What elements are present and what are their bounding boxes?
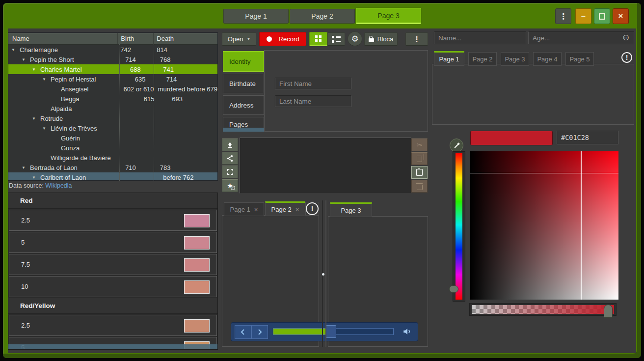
copy-button[interactable] xyxy=(411,152,428,165)
current-color-swatch[interactable] xyxy=(470,131,553,145)
first-name-field[interactable] xyxy=(275,78,351,89)
share-button[interactable] xyxy=(222,152,238,165)
next-button[interactable] xyxy=(251,325,268,339)
gear-icon: ⚙ xyxy=(351,34,358,44)
wikipedia-link[interactable]: Wikipedia xyxy=(45,182,72,189)
titlebar-tab-page3[interactable]: Page 3 xyxy=(356,8,421,24)
titlebar-tab-page2[interactable]: Page 2 xyxy=(290,9,355,24)
right-tab-page2[interactable]: Page 2 xyxy=(468,52,497,66)
age-filter-input[interactable] xyxy=(528,31,634,44)
expander-icon[interactable]: ▼ xyxy=(11,48,20,52)
seek-slider-handle[interactable] xyxy=(326,325,336,338)
titlebar-tab-page1[interactable]: Page 1 xyxy=(223,9,289,24)
fullscreen-button[interactable] xyxy=(222,166,238,178)
expander-icon[interactable]: ▼ xyxy=(32,175,40,180)
share-icon xyxy=(226,155,234,162)
minimize-button[interactable]: – xyxy=(575,8,591,24)
window-menu-button[interactable]: ⋮ xyxy=(555,8,571,24)
tree-row[interactable]: Guérin xyxy=(8,133,217,143)
cut-button[interactable]: ✂ xyxy=(411,139,428,151)
palette-row[interactable]: 10 xyxy=(9,276,217,297)
hex-color-input[interactable] xyxy=(557,131,618,144)
right-tab-page5[interactable]: Page 5 xyxy=(565,52,594,66)
saturation-value-area[interactable] xyxy=(470,151,618,300)
tab-close-icon[interactable]: × xyxy=(295,206,299,213)
tree-row[interactable]: ▼Pepin of Herstal 635714 xyxy=(8,74,217,84)
tree-row[interactable]: ▼Liévin de Trèves xyxy=(8,123,217,133)
lock-button[interactable]: Bloca xyxy=(364,32,398,46)
scissors-icon: ✂ xyxy=(417,141,423,149)
palette-row[interactable]: 7.5 xyxy=(9,254,217,275)
notebook-tab-page1[interactable]: Page 1 × xyxy=(224,202,264,216)
tabs-scroll-undershoot xyxy=(223,128,264,132)
color-swatch xyxy=(184,258,210,272)
tab-address[interactable]: Address xyxy=(223,95,264,115)
tree-row[interactable]: Begga 615693 xyxy=(8,94,217,104)
tree-column-separator xyxy=(154,44,154,181)
trash-icon xyxy=(417,185,423,190)
maximize-icon xyxy=(599,13,605,20)
kebab-menu-icon: ⋮ xyxy=(560,12,567,21)
tree-row-selected-inactive[interactable]: ▼Caribert of Laon before 762 xyxy=(8,172,217,181)
eyedropper-button[interactable] xyxy=(450,139,463,152)
alpha-slider[interactable] xyxy=(472,305,614,314)
tab-identity[interactable]: Identity xyxy=(223,51,264,72)
expander-icon[interactable]: ▼ xyxy=(22,57,30,62)
drop-area[interactable] xyxy=(240,138,411,194)
tree-row[interactable]: Gunza xyxy=(8,143,217,153)
copy-icon xyxy=(417,156,422,162)
column-header-name[interactable]: Name xyxy=(8,33,118,44)
pane-splitter-line xyxy=(325,200,326,347)
right-tab-page1[interactable]: Page 1 xyxy=(434,51,464,66)
tab-close-icon[interactable]: × xyxy=(254,206,258,213)
upload-button[interactable] xyxy=(222,139,238,151)
hue-slider[interactable] xyxy=(456,153,462,300)
column-header-death[interactable]: Death xyxy=(154,33,217,44)
last-name-field[interactable] xyxy=(275,95,351,107)
tree-row[interactable]: Ansegisel 602 or 610murdered before 679 xyxy=(8,84,217,94)
right-alert-icon[interactable]: ! xyxy=(621,52,632,63)
tab-birthdate[interactable]: Birthdate xyxy=(223,74,264,93)
volume-button[interactable] xyxy=(402,326,413,337)
grid-view-toggle[interactable] xyxy=(309,32,327,46)
maximize-button[interactable] xyxy=(594,8,610,24)
notebook-tab-page2[interactable]: Page 2 × xyxy=(265,201,305,216)
tree-row-selected[interactable]: ▼Charles Martel 688741 xyxy=(8,64,217,74)
tree-row[interactable]: ▼Charlemagne 742814 xyxy=(8,45,217,55)
tree-row[interactable]: ▼Rotrude xyxy=(8,113,217,123)
alpha-slider-handle[interactable] xyxy=(604,305,613,318)
palette-row[interactable]: 2.5 xyxy=(9,210,217,231)
name-filter-input[interactable] xyxy=(434,31,526,44)
notebook-alert-button[interactable]: ! xyxy=(305,202,319,216)
right-tab-page4[interactable]: Page 4 xyxy=(533,52,562,66)
expander-icon[interactable]: ▼ xyxy=(32,116,40,121)
toolbar-menu-button[interactable]: ⋮ xyxy=(405,32,428,46)
tree-row[interactable]: Alpaida xyxy=(8,104,217,113)
notebook-tab-page3[interactable]: Page 3 xyxy=(330,202,372,217)
star-add-button[interactable]: ★+ xyxy=(222,179,238,192)
fullscreen-icon xyxy=(227,168,234,175)
record-button[interactable]: Record xyxy=(259,32,306,46)
expander-icon[interactable]: ▼ xyxy=(42,77,51,82)
right-tab-page3[interactable]: Page 3 xyxy=(501,52,529,66)
settings-button[interactable]: ⚙ xyxy=(348,31,362,46)
palette-row[interactable]: 2.5 xyxy=(9,315,217,336)
family-tree-table: Name Birth Death ▼Charlemagne 742814 ▼Pe… xyxy=(8,32,218,181)
expander-icon[interactable]: ▼ xyxy=(42,126,51,131)
delete-button[interactable] xyxy=(411,180,428,193)
open-dropdown-button[interactable]: Open ▼ xyxy=(222,32,256,46)
tree-row[interactable]: Willigarde de Bavière xyxy=(8,153,217,163)
emoji-picker-icon[interactable]: ☺ xyxy=(621,32,630,43)
expander-icon[interactable]: ▼ xyxy=(32,67,40,72)
palette-row[interactable]: 5 xyxy=(9,232,217,253)
close-button[interactable]: × xyxy=(613,8,629,24)
tree-row[interactable]: ▼Bertrada of Laon 710783 xyxy=(8,163,217,172)
paste-button[interactable] xyxy=(411,166,428,179)
alert-circle-icon: ! xyxy=(306,202,319,215)
list-view-toggle[interactable] xyxy=(327,32,345,46)
tree-row[interactable]: ▼Pepin the Short 714768 xyxy=(8,55,217,64)
column-header-birth[interactable]: Birth xyxy=(118,33,154,44)
hue-slider-handle[interactable] xyxy=(449,285,458,293)
previous-button[interactable] xyxy=(235,325,251,339)
expander-icon[interactable]: ▼ xyxy=(22,166,30,170)
